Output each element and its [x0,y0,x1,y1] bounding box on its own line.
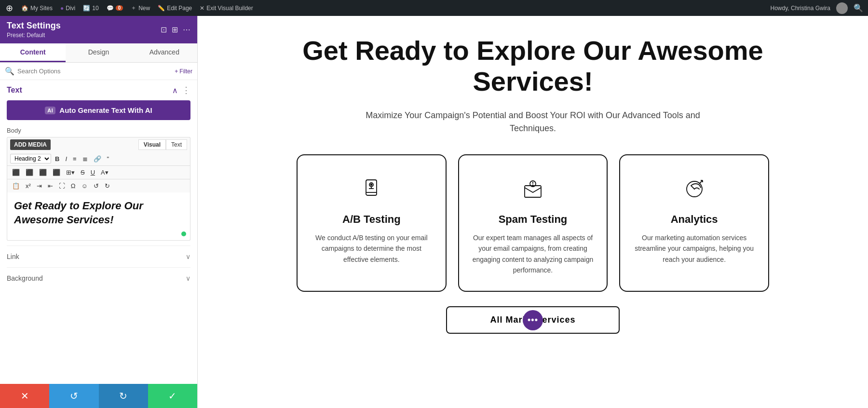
align-left-button[interactable]: ⬛ [10,168,22,177]
text-section-title: Text [7,86,22,95]
ai-generate-button[interactable]: AI Auto Generate Text With AI [7,100,190,120]
table-button[interactable]: ⊞▾ [64,168,77,177]
background-section: Background ∨ [7,267,190,284]
text-section-header: Text ∧ ⋮ [7,85,190,95]
panel-search: 🔍 + Filter [0,63,197,80]
add-media-button[interactable]: ADD MEDIA [10,139,51,150]
wordpress-icon: ⊕ [5,4,14,13]
bottom-bar: ✕ ↺ ↻ ✓ [0,384,197,408]
analytics-icon [680,175,709,204]
avatar[interactable] [836,2,848,14]
edit-page-label: Edit Page [167,5,192,12]
special-char-button[interactable]: Ω [69,181,78,190]
admin-bar: ⊕ 🏠 My Sites ● Divi 🔄 10 💬 0 ＋ New ✏️ Ed… [0,0,868,16]
spam-testing-desc: Our expert team manages all aspects of y… [471,232,596,276]
ab-testing-icon [357,175,386,204]
search-admin-icon[interactable]: 🔍 [854,3,863,13]
editor-heading-text: Get Ready to Explore Our Awesome Service… [14,199,183,227]
ab-testing-desc: We conduct A/B testing on your email cam… [309,232,434,265]
body-label: Body [7,127,190,134]
save-button[interactable]: ✓ [148,384,197,408]
editor-toolbar-top: ADD MEDIA Visual Text [7,137,190,152]
redo-editor-button[interactable]: ↻ [103,181,112,190]
align-right-button[interactable]: ⬛ [37,168,49,177]
text-collapse-button[interactable]: ∧ [172,86,178,95]
divi-icon: ● [60,5,64,12]
text-tab[interactable]: Text [166,139,187,150]
service-card-ab-testing: A/B Testing We conduct A/B testing on yo… [297,154,447,292]
divi-label: Divi [66,5,75,12]
link-section-title: Link [7,253,19,260]
updates-item[interactable]: 🔄 10 [83,5,98,12]
edit-page-item[interactable]: ✏️ Edit Page [158,5,192,12]
emoji-button[interactable]: ☺ [80,181,90,190]
background-section-header[interactable]: Background ∨ [7,274,190,284]
divi-item[interactable]: ● Divi [60,5,75,12]
paste-button[interactable]: 📋 [10,181,22,190]
search-input[interactable] [17,68,172,75]
right-content: Get Ready to Explore Our Awesome Service… [198,16,868,408]
outdent-button[interactable]: ⇤ [46,181,55,190]
align-justify-button[interactable]: ⬛ [51,168,62,177]
spam-testing-icon [518,175,547,204]
undo-button[interactable]: ↺ [49,384,98,408]
blockquote-button[interactable]: " [105,154,111,163]
ab-testing-title: A/B Testing [309,213,434,226]
tab-content[interactable]: Content [0,43,66,62]
superscript-button[interactable]: x² [24,181,33,190]
green-dot-indicator [181,231,186,236]
updates-icon: 🔄 [83,5,90,12]
editor-tabs: Visual Text [138,139,187,150]
wp-logo-item[interactable]: ⊕ [5,4,14,13]
background-section-title: Background [7,274,43,282]
editor-toolbar-row2: ⬛ ⬛ ⬛ ⬛ ⊞▾ S U A▾ [7,165,190,179]
undo-editor-button[interactable]: ↺ [92,181,101,190]
panel-header-icons: ⊡ ⊞ ⋯ [161,25,190,34]
section-controls: ∧ ⋮ [172,85,190,95]
panel-header: Text Settings Preset: Default ⊡ ⊞ ⋯ [0,16,197,43]
ai-badge: AI [45,107,55,114]
tab-design[interactable]: Design [66,43,131,62]
link-button[interactable]: 🔗 [92,154,103,163]
dots-overlay: ••• [523,310,543,330]
bold-button[interactable]: B [53,154,61,163]
panel-expand-icon[interactable]: ⊡ [161,25,167,34]
redo-button[interactable]: ↻ [99,384,148,408]
strikethrough-button[interactable]: S [79,168,87,177]
all-services-button[interactable]: All Marke ••• Services [446,306,620,334]
panel-columns-icon[interactable]: ⊞ [172,25,178,34]
my-sites-item[interactable]: 🏠 My Sites [21,5,53,12]
unordered-list-button[interactable]: ≡ [71,154,79,163]
panel-subtitle: Preset: Default [7,32,61,39]
exit-builder-item[interactable]: ✕ Exit Visual Builder [200,5,253,12]
text-more-button[interactable]: ⋮ [182,85,190,95]
exit-builder-label: Exit Visual Builder [206,5,253,12]
close-button[interactable]: ✕ [0,384,49,408]
heading-select[interactable]: Heading 2 [10,154,51,163]
main-layout: Text Settings Preset: Default ⊡ ⊞ ⋯ Cont… [0,16,868,408]
fullscreen-button[interactable]: ⛶ [57,181,67,190]
pencil-icon: ✏️ [158,5,165,12]
panel-more-icon[interactable]: ⋯ [183,25,190,34]
filter-button[interactable]: + Filter [175,68,192,75]
service-card-spam-testing: Spam Testing Our expert team manages all… [458,154,608,292]
text-color-button[interactable]: A▾ [99,168,110,177]
ordered-list-button[interactable]: ≣ [81,154,90,163]
italic-button[interactable]: I [63,154,69,163]
exit-icon: ✕ [200,5,204,12]
comments-item[interactable]: 💬 0 [107,5,123,12]
underline-button[interactable]: U [89,168,97,177]
home-icon: 🏠 [21,5,28,12]
indent-button[interactable]: ⇥ [35,181,44,190]
link-section-header[interactable]: Link ∨ [7,253,190,262]
analytics-title: Analytics [632,213,757,226]
visual-tab[interactable]: Visual [138,139,166,150]
align-center-button[interactable]: ⬛ [24,168,35,177]
tab-advanced[interactable]: Advanced [132,43,197,62]
admin-bar-right: Howdy, Christina Gwira 🔍 [771,2,863,14]
plus-icon: ＋ [131,4,136,12]
new-label: New [138,5,150,12]
new-item[interactable]: ＋ New [131,4,150,12]
editor-content-area[interactable]: Get Ready to Explore Our Awesome Service… [7,192,190,241]
analytics-desc: Our marketing automation services stream… [632,232,757,265]
